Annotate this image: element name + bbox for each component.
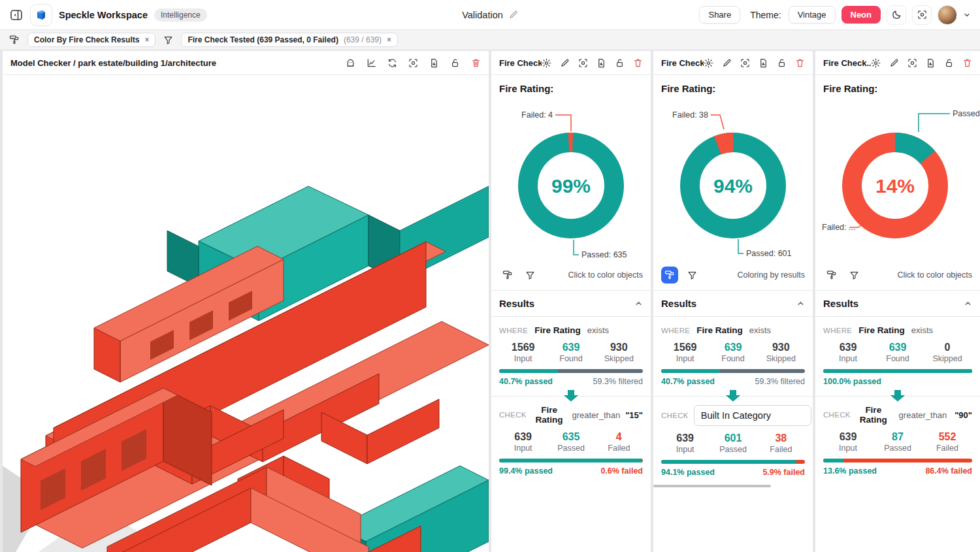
check-progress-bar: [499, 459, 643, 463]
donut-chart[interactable]: Failed: 4 Passed: 635 99%: [491, 95, 651, 264]
color-status-text: Coloring by results: [737, 270, 805, 280]
donut-passed-label: Passed: ...: [953, 109, 980, 118]
passed-percent: 40.7% passed: [499, 377, 553, 386]
panel-header: Fire Check...: [491, 51, 651, 75]
focus-icon[interactable]: [408, 58, 418, 68]
results-section-toggle[interactable]: Results: [815, 290, 980, 316]
funnel-icon[interactable]: [163, 35, 173, 45]
screenshot-button[interactable]: [912, 5, 932, 25]
stat-label: Input: [661, 445, 709, 454]
stat-value: 639: [661, 432, 709, 444]
color-objects-button[interactable]: [661, 267, 678, 284]
workspace-name: Speckle Workspace: [59, 10, 148, 20]
where-keyword: WHERE: [661, 327, 690, 334]
stat-label: Skipped: [757, 354, 805, 363]
filter-objects-button[interactable]: [845, 267, 862, 284]
lock-icon[interactable]: [777, 58, 787, 68]
avatar[interactable]: [938, 5, 957, 25]
color-objects-button[interactable]: [823, 267, 840, 284]
stat-value: 930: [757, 342, 805, 353]
document-title-group: Validation: [462, 10, 518, 20]
results-title: Results: [661, 298, 696, 309]
donut-percent: 94%: [713, 175, 753, 197]
fire-rating-heading: Fire Rating:: [491, 75, 651, 95]
sync-icon[interactable]: [387, 58, 397, 68]
where-progress-bar: [661, 369, 805, 373]
lock-icon[interactable]: [450, 58, 460, 68]
isolation-filter-chip-count: (639 / 639): [344, 35, 382, 44]
theme-vintage-button[interactable]: Vintage: [789, 6, 836, 24]
chevron-up-icon[interactable]: [964, 299, 972, 308]
donut-chart[interactable]: Failed: 38 Passed: 601 94%: [653, 95, 813, 264]
lock-icon[interactable]: [615, 58, 625, 68]
horizontal-scrollbar[interactable]: [653, 485, 771, 487]
donut-failed-label: Failed: ...: [822, 223, 855, 232]
speckle-logo[interactable]: [30, 4, 52, 26]
stat-label: Passed: [547, 444, 595, 453]
delete-icon[interactable]: [471, 58, 481, 68]
filter-objects-button[interactable]: [683, 267, 700, 284]
where-property: Fire Rating: [696, 325, 743, 335]
focus-icon[interactable]: [578, 58, 588, 68]
panel-title: Fire Check...: [499, 58, 542, 68]
stat-label: Failed: [595, 444, 643, 453]
stat-label: Skipped: [923, 354, 972, 363]
stat-label: Input: [823, 354, 873, 363]
sidebar-collapse-icon[interactable]: [9, 8, 24, 22]
stat-value: 552: [923, 431, 972, 443]
donut-failed-label: Failed: 38: [672, 110, 708, 120]
delete-icon[interactable]: [962, 58, 972, 68]
chevron-down-icon[interactable]: [963, 11, 971, 19]
stat-value: 87: [873, 431, 923, 443]
edit-icon[interactable]: [889, 58, 899, 68]
chart-icon[interactable]: [367, 58, 376, 68]
color-objects-button[interactable]: [499, 267, 516, 284]
isolation-filter-chip[interactable]: Fire Check Tested (639 Passed, 0 Failed)…: [181, 33, 398, 47]
ghost-objects-icon[interactable]: [346, 58, 355, 68]
focus-icon[interactable]: [740, 58, 750, 68]
viewer-header: Model Checker / park estate/building 1/a…: [3, 51, 489, 75]
chevron-up-icon[interactable]: [796, 299, 805, 308]
close-icon[interactable]: ×: [144, 35, 149, 44]
edit-icon[interactable]: [560, 58, 570, 68]
results-section-toggle[interactable]: Results: [491, 290, 651, 316]
filter-objects-button[interactable]: [521, 267, 538, 284]
close-icon[interactable]: ×: [387, 35, 391, 44]
donut-passed-label: Passed: 601: [746, 249, 792, 258]
edit-icon[interactable]: [722, 58, 732, 68]
where-predicate: exists: [911, 325, 933, 335]
donut-chart[interactable]: Passed: ... Failed: ... 14%: [815, 95, 980, 264]
delete-icon[interactable]: [633, 58, 643, 68]
results-section-toggle[interactable]: Results: [653, 290, 813, 316]
color-status-text: Click to color objects: [897, 270, 972, 280]
edit-title-icon[interactable]: [508, 10, 518, 20]
stat-value: 0: [923, 342, 972, 353]
lock-icon[interactable]: [944, 58, 954, 68]
gear-icon[interactable]: [542, 58, 551, 68]
passed-percent: 99.4% passed: [499, 466, 553, 476]
report-icon[interactable]: [429, 58, 439, 68]
share-button[interactable]: Share: [699, 6, 740, 24]
check-category-select[interactable]: Built In Category: [694, 405, 811, 426]
chevron-up-icon[interactable]: [634, 299, 643, 308]
report-icon[interactable]: [759, 58, 768, 68]
report-icon[interactable]: [926, 58, 936, 68]
stat-value: 1569: [499, 342, 547, 353]
paint-roller-icon[interactable]: [9, 35, 20, 45]
gear-icon[interactable]: [871, 58, 881, 68]
dark-mode-toggle[interactable]: [887, 5, 906, 25]
stat-label: Found: [547, 354, 595, 363]
gear-icon[interactable]: [704, 58, 713, 68]
where-card: WHERE Fire Rating exists 639Input 639Fou…: [815, 317, 980, 396]
viewer-canvas[interactable]: [3, 75, 489, 552]
theme-neon-button[interactable]: Neon: [841, 6, 881, 24]
flow-arrow-icon: [561, 389, 581, 403]
fire-rating-heading: Fire Rating:: [653, 75, 813, 95]
where-progress-bar: [499, 369, 643, 373]
where-property: Fire Rating: [534, 325, 581, 335]
color-filter-chip[interactable]: Color By Fire Check Results ×: [27, 33, 155, 47]
report-icon[interactable]: [596, 58, 606, 68]
focus-icon[interactable]: [907, 58, 917, 68]
delete-icon[interactable]: [795, 58, 805, 68]
stat-value: 635: [547, 431, 595, 443]
